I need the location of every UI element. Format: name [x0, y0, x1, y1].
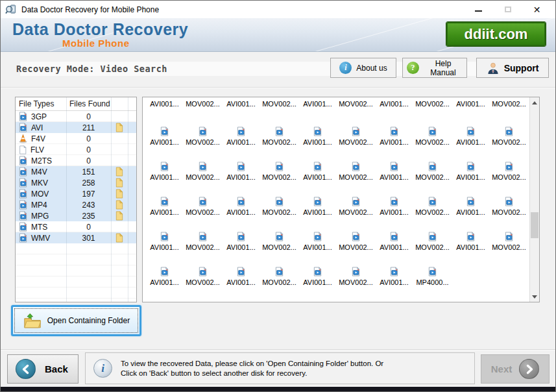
maximize-button[interactable]	[493, 1, 522, 18]
recovered-file-item[interactable]: MOV002...	[184, 219, 222, 254]
file-type-row[interactable]: MKV258	[16, 177, 136, 188]
recovered-file-item[interactable]: MOV002...	[184, 149, 222, 184]
recovered-file-item[interactable]: MOV002...	[337, 97, 375, 114]
recovered-file-item[interactable]: AVI001...	[145, 219, 184, 254]
recovered-file-item[interactable]: MOV002...	[413, 114, 452, 149]
support-button[interactable]: Support	[476, 58, 549, 78]
info-icon: i	[339, 62, 352, 74]
recovered-file-item[interactable]: MP4000...	[413, 254, 452, 289]
recovered-file-item[interactable]: MOV002...	[260, 114, 298, 149]
recovered-file-item[interactable]: MOV002...	[490, 149, 528, 184]
video-file-icon	[389, 267, 399, 276]
recovered-file-label: MOV002...	[415, 208, 450, 216]
recovered-file-item[interactable]: AVI001...	[222, 219, 260, 254]
file-type-row[interactable]: MTS0	[16, 221, 136, 232]
recovered-file-item[interactable]: MOV002...	[337, 219, 375, 254]
file-type-row[interactable]: AVI211	[16, 122, 136, 133]
recovered-file-label: MOV002...	[339, 138, 373, 146]
recovered-file-item[interactable]: AVI001...	[222, 254, 260, 289]
column-header-spare[interactable]	[128, 97, 136, 110]
file-type-row[interactable]: F4V0	[16, 133, 136, 144]
titlebar: Data Doctor Recovery for Mobile Phone ✕	[1, 1, 555, 18]
recovered-file-item[interactable]: AVI001...	[375, 149, 413, 184]
recovered-file-item[interactable]: AVI001...	[145, 149, 184, 184]
recovered-file-item[interactable]: MOV002...	[184, 97, 222, 114]
recovered-file-item[interactable]: AVI001...	[145, 254, 184, 289]
file-type-row[interactable]: MOV197	[16, 188, 136, 199]
recovered-file-item[interactable]: AVI001...	[375, 97, 413, 114]
video-file-icon	[160, 232, 169, 241]
results-scrollbar[interactable]	[529, 97, 539, 302]
recovered-file-item[interactable]: AVI001...	[145, 114, 184, 149]
open-containing-folder-button[interactable]: Open Containing Folder	[11, 305, 141, 336]
recovered-file-item[interactable]: MOV002...	[337, 114, 375, 149]
next-button[interactable]: Next	[481, 354, 550, 384]
recovered-file-item[interactable]: AVI001...	[452, 149, 490, 184]
recovered-file-item[interactable]: AVI001...	[375, 254, 413, 289]
recovered-file-item[interactable]: AVI001...	[298, 114, 337, 149]
recovered-file-item[interactable]: MOV002...	[337, 254, 375, 289]
file-type-row[interactable]: 3GP0	[16, 111, 136, 122]
recovered-file-item[interactable]: MOV002...	[337, 149, 375, 184]
back-button[interactable]: Back	[7, 354, 79, 384]
recovered-file-item[interactable]: AVI001...	[298, 219, 337, 254]
recovered-file-item[interactable]: AVI001...	[298, 97, 337, 114]
recovered-file-item[interactable]: AVI001...	[222, 149, 260, 184]
about-us-button[interactable]: i About us	[330, 58, 396, 78]
recovered-file-item[interactable]: AVI001...	[375, 184, 413, 219]
recovered-file-item[interactable]: AVI001...	[452, 114, 490, 149]
recovered-file-item[interactable]: MOV002...	[490, 97, 528, 114]
recovered-file-item[interactable]: AVI001...	[298, 149, 337, 184]
recovered-file-item[interactable]: MOV002...	[413, 97, 452, 114]
video-file-icon	[274, 232, 284, 241]
recovered-file-item[interactable]: MOV002...	[184, 184, 222, 219]
recovered-file-item[interactable]: MOV002...	[184, 254, 222, 289]
recovered-file-item[interactable]: MOV002...	[260, 149, 298, 184]
recovered-file-item[interactable]: AVI001...	[375, 219, 413, 254]
recovered-file-item[interactable]: MOV002...	[413, 184, 452, 219]
file-type-row[interactable]: FLV0	[16, 144, 136, 155]
recovered-file-item[interactable]: MOV002...	[413, 149, 452, 184]
column-header-files-found[interactable]: Files Found	[66, 97, 111, 110]
help-manual-button[interactable]: ? Help Manual	[402, 58, 467, 78]
website-badge[interactable]: ddiit.com	[446, 22, 546, 46]
recovered-file-item[interactable]: MOV002...	[260, 254, 298, 289]
recovered-file-item[interactable]: MOV002...	[490, 114, 528, 149]
column-header-file-types[interactable]: File Types	[16, 97, 66, 110]
recovered-file-item[interactable]: MOV002...	[260, 97, 298, 114]
window-title: Data Doctor Recovery for Mobile Phone	[21, 5, 159, 14]
recovered-file-item[interactable]: MOV002...	[413, 219, 452, 254]
file-type-row[interactable]: MP4243	[16, 199, 136, 210]
recovered-file-item[interactable]: AVI001...	[222, 114, 260, 149]
close-button[interactable]: ✕	[522, 1, 551, 18]
recovered-file-item[interactable]: AVI001...	[452, 184, 490, 219]
scroll-thumb[interactable]	[531, 212, 538, 238]
recovered-file-item[interactable]: AVI001...	[452, 97, 490, 114]
recovered-file-label: MOV002...	[186, 138, 220, 146]
recovered-file-item[interactable]: MOV002...	[184, 114, 222, 149]
recovered-file-item[interactable]: AVI001...	[298, 254, 337, 289]
recovered-file-item[interactable]: MOV002...	[490, 219, 528, 254]
scroll-down-button[interactable]	[530, 291, 539, 302]
scroll-up-button[interactable]	[530, 97, 539, 108]
recovered-file-item[interactable]: AVI001...	[222, 184, 260, 219]
file-type-row[interactable]: M4V151	[16, 166, 136, 177]
recovered-file-item[interactable]: AVI001...	[452, 219, 490, 254]
recovered-file-item[interactable]: AVI001...	[145, 97, 184, 114]
recovered-file-item[interactable]: AVI001...	[222, 97, 260, 114]
file-type-row[interactable]: WMV301	[16, 232, 136, 243]
bottom-strip	[1, 387, 555, 391]
files-found-count: 0	[66, 156, 111, 165]
column-header-folder[interactable]	[111, 97, 128, 110]
file-type-row[interactable]: M2TS0	[16, 155, 136, 166]
recovered-file-item[interactable]: MOV002...	[260, 219, 298, 254]
recovered-file-item[interactable]: MOV002...	[490, 184, 528, 219]
recovered-file-item[interactable]: AVI001...	[375, 114, 413, 149]
file-type-row[interactable]: MPG235	[16, 210, 136, 221]
minimize-button[interactable]	[464, 1, 493, 18]
recovered-file-item[interactable]: AVI001...	[145, 184, 184, 219]
brand-title: Data Doctor Recovery	[12, 20, 188, 39]
recovered-file-item[interactable]: MOV002...	[260, 184, 298, 219]
recovered-file-item[interactable]: AVI001...	[298, 184, 337, 219]
recovered-file-item[interactable]: MOV002...	[337, 184, 375, 219]
